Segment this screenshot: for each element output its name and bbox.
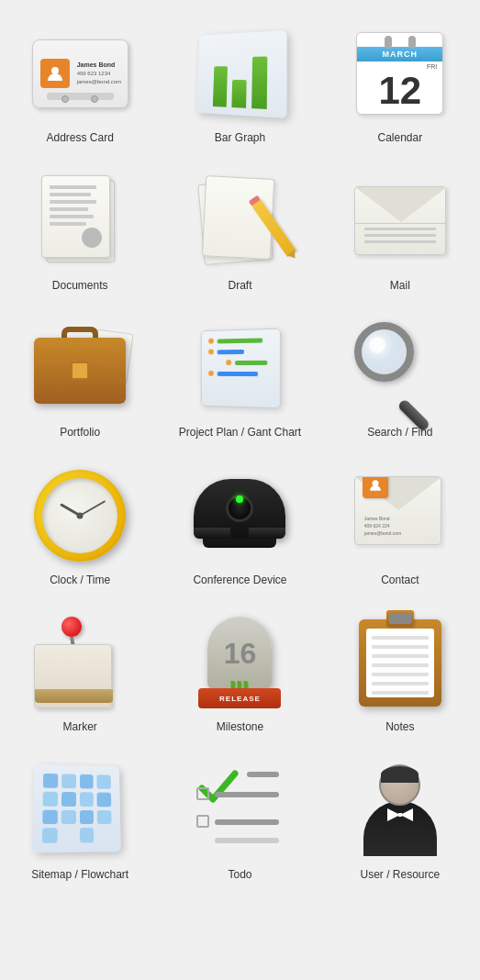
clock-inner bbox=[42, 478, 117, 553]
mail-label: Mail bbox=[390, 279, 410, 294]
svg-rect-4 bbox=[398, 813, 402, 817]
minute-hand bbox=[80, 500, 106, 517]
bar-2 bbox=[232, 80, 247, 108]
notes-paper bbox=[366, 629, 434, 697]
sitemap-visual bbox=[34, 764, 126, 856]
icon-cell-sitemap[interactable]: Sitemap / Flowchart bbox=[0, 746, 160, 894]
icon-cell-notes[interactable]: Notes bbox=[320, 598, 480, 746]
sitemap-paper bbox=[32, 764, 121, 853]
bar-graph-label: Bar Graph bbox=[215, 131, 265, 146]
bowtie-icon bbox=[387, 808, 413, 821]
todo-visual bbox=[196, 764, 284, 856]
clock-time-visual bbox=[34, 470, 126, 562]
bar-1 bbox=[213, 66, 228, 107]
icon-cell-documents[interactable]: Documents bbox=[0, 157, 160, 305]
draft-visual bbox=[196, 177, 284, 264]
milestone-stone: 16 bbox=[207, 617, 272, 690]
user-resource-label: User / Resource bbox=[360, 868, 440, 883]
envelope-lines bbox=[364, 228, 436, 247]
sitemap-icon-img bbox=[29, 760, 130, 861]
icon-cell-conference-device[interactable]: Conference Device bbox=[160, 451, 319, 599]
project-plan-label: Project Plan / Gant Chart bbox=[179, 426, 301, 440]
notes-visual bbox=[359, 615, 441, 711]
pp-paper bbox=[201, 328, 281, 408]
todo-checkmark-icon bbox=[196, 764, 240, 808]
milestone-base: RELEASE bbox=[198, 688, 281, 708]
clock-time-label: Clock / Time bbox=[50, 574, 110, 588]
todo-line-1 bbox=[247, 772, 279, 777]
icon-cell-todo[interactable]: Todo bbox=[160, 746, 319, 894]
icon-cell-marker[interactable]: Marker bbox=[0, 598, 160, 746]
portfolio-label: Portfolio bbox=[60, 426, 100, 440]
notes-clip bbox=[386, 610, 414, 627]
conference-device-visual bbox=[194, 479, 285, 552]
conference-device-label: Conference Device bbox=[193, 574, 286, 588]
contact-info: James Bond409 624 224james@bond.com bbox=[364, 515, 401, 537]
project-plan-icon-img bbox=[189, 317, 290, 418]
contact-envelope: James Bond409 624 224james@bond.com bbox=[354, 476, 441, 545]
marker-label: Marker bbox=[62, 720, 96, 735]
draft-label: Draft bbox=[228, 279, 251, 294]
icon-cell-user-resource[interactable]: User / Resource bbox=[320, 746, 480, 894]
conf-body bbox=[194, 479, 285, 539]
doc-front bbox=[41, 175, 110, 258]
conf-arm-right bbox=[249, 528, 285, 539]
marker-visual bbox=[34, 617, 126, 708]
icon-cell-project-plan[interactable]: Project Plan / Gant Chart bbox=[160, 304, 319, 451]
todo-label: Todo bbox=[228, 868, 251, 883]
address-card-icon-img: James Bond 409 623 1234 james@bond.com bbox=[29, 23, 130, 124]
bar-graph-icon-img bbox=[189, 23, 290, 124]
user-hair bbox=[381, 766, 419, 783]
doc-avatar bbox=[82, 228, 102, 248]
project-plan-visual bbox=[194, 325, 285, 412]
user-resource-visual bbox=[359, 764, 441, 856]
icon-cell-portfolio[interactable]: James Bond Portfolio bbox=[0, 304, 160, 451]
icon-cell-milestone[interactable]: 16 RELEASE Milestone bbox=[160, 598, 319, 746]
user-resource-icon-img bbox=[350, 760, 451, 861]
milestone-icon-img: 16 RELEASE bbox=[189, 612, 290, 713]
conference-device-icon-img bbox=[189, 465, 290, 566]
milestone-base-label: RELEASE bbox=[219, 695, 261, 703]
icon-cell-mail[interactable]: Mail bbox=[320, 157, 480, 305]
documents-icon-img bbox=[29, 171, 130, 272]
contact-label: Contact bbox=[381, 574, 419, 588]
icon-cell-search-find[interactable]: Search / Find bbox=[320, 304, 480, 451]
milestone-number: 16 bbox=[224, 639, 257, 668]
envelope-flap bbox=[355, 187, 445, 224]
documents-visual bbox=[41, 175, 119, 267]
search-find-visual bbox=[354, 322, 446, 414]
ac-info: James Bond 409 623 1234 james@bond.com bbox=[77, 61, 121, 87]
cal-month: MARCH bbox=[357, 47, 442, 61]
todo-checkbox-2 bbox=[196, 787, 209, 800]
icon-grid: James Bond 409 623 1234 james@bond.com A… bbox=[0, 0, 480, 903]
calendar-icon-img: MARCH FRI 12 bbox=[350, 23, 451, 124]
icon-cell-draft[interactable]: Draft bbox=[160, 157, 319, 305]
svg-marker-2 bbox=[387, 808, 400, 821]
todo-checkbox-3 bbox=[196, 815, 209, 828]
notes-label: Notes bbox=[385, 720, 414, 735]
milestone-label: Milestone bbox=[217, 720, 263, 735]
user-head bbox=[379, 764, 420, 806]
icon-cell-contact[interactable]: James Bond409 624 224james@bond.com Cont… bbox=[320, 451, 480, 599]
marker-icon-img bbox=[29, 612, 130, 713]
svg-marker-3 bbox=[400, 808, 413, 821]
icon-cell-clock-time[interactable]: Clock / Time bbox=[0, 451, 160, 599]
pin-head bbox=[61, 617, 82, 637]
marker-clip bbox=[35, 689, 113, 703]
clock-time-icon-img bbox=[29, 465, 130, 566]
search-find-icon-img bbox=[350, 317, 451, 418]
icon-cell-calendar[interactable]: MARCH FRI 12 Calendar bbox=[320, 9, 480, 157]
clock-center bbox=[77, 512, 84, 518]
milestone-visual: 16 RELEASE bbox=[196, 617, 284, 708]
cal-day: 12 bbox=[357, 70, 442, 112]
draft-icon-img bbox=[189, 171, 290, 272]
icon-cell-bar-graph[interactable]: Bar Graph bbox=[160, 9, 319, 157]
documents-label: Documents bbox=[52, 279, 108, 294]
conf-base bbox=[203, 539, 276, 548]
portfolio-visual: James Bond bbox=[34, 327, 126, 409]
notes-icon-img bbox=[350, 612, 451, 713]
bar-3 bbox=[252, 56, 268, 108]
icon-cell-address-card[interactable]: James Bond 409 623 1234 james@bond.com A… bbox=[0, 9, 160, 157]
sitemap-label: Sitemap / Flowchart bbox=[31, 868, 128, 883]
contact-badge bbox=[363, 476, 388, 498]
